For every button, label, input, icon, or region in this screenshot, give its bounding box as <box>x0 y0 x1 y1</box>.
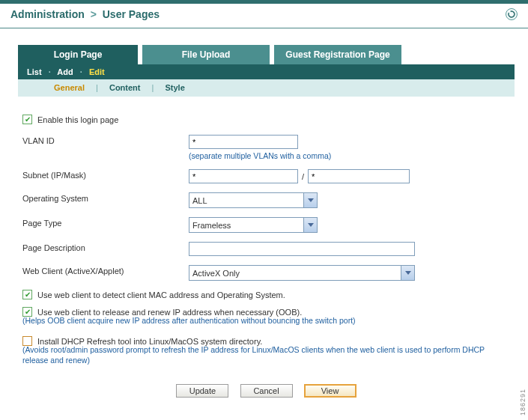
image-id: 186291 <box>519 389 527 416</box>
subtab-list[interactable]: List <box>27 67 42 76</box>
subtab-edit[interactable]: Edit <box>89 67 105 76</box>
refresh-icon[interactable] <box>506 8 518 20</box>
vlan-id-input[interactable] <box>189 135 298 149</box>
web-client-value: ActiveX Only <box>192 269 240 278</box>
os-select[interactable]: ALL <box>189 192 318 208</box>
chevron-down-icon <box>401 266 414 280</box>
subnet-mask-input[interactable] <box>308 169 410 183</box>
breadcrumb-separator: > <box>88 8 100 20</box>
subsubtab-content[interactable]: Content <box>109 83 141 92</box>
subnet-label: Subnet (IP/Mask) <box>22 169 189 180</box>
tertiary-tabs: General | Content | Style <box>18 79 515 97</box>
tab-login-page[interactable]: Login Page <box>18 45 138 64</box>
subsubtab-style[interactable]: Style <box>165 83 184 92</box>
page-description-input[interactable] <box>189 242 415 256</box>
page-description-label: Page Description <box>22 242 189 252</box>
detect-mac-checkbox[interactable] <box>22 290 32 299</box>
subsubtab-general[interactable]: General <box>54 83 85 92</box>
page-type-label: Page Type <box>22 217 189 228</box>
subnet-slash: / <box>298 172 308 181</box>
page-type-value: Frameless <box>192 221 231 230</box>
detect-mac-label: Use web client to detect client MAC addr… <box>37 290 285 299</box>
breadcrumb-section: Administration <box>10 8 85 20</box>
breadcrumb: Administration > User Pages <box>10 8 160 20</box>
view-button[interactable]: View <box>304 384 356 398</box>
secondary-tabs: List · Add · Edit <box>18 64 515 79</box>
os-label: Operating System <box>22 192 189 203</box>
primary-tabs: Login Page File Upload Guest Registratio… <box>18 45 515 64</box>
tab-guest-registration[interactable]: Guest Registration Page <box>274 45 401 64</box>
chevron-down-icon <box>303 193 317 207</box>
chevron-down-icon <box>303 218 317 232</box>
subtab-add[interactable]: Add <box>57 67 73 76</box>
vlan-id-hint: (separate multiple VLANs with a comma) <box>189 151 331 160</box>
enable-login-page-label: Enable this login page <box>37 115 118 124</box>
enable-login-page-checkbox[interactable] <box>22 115 32 124</box>
web-client-label: Web Client (ActiveX/Applet) <box>22 265 189 276</box>
cancel-button[interactable]: Cancel <box>240 384 293 398</box>
breadcrumb-page: User Pages <box>103 8 160 20</box>
dhcp-refresh-note: (Avoids root/admin password prompt to re… <box>22 344 510 365</box>
os-select-value: ALL <box>192 196 207 205</box>
page-type-select[interactable]: Frameless <box>189 217 318 233</box>
subnet-ip-input[interactable] <box>189 169 298 183</box>
tab-file-upload[interactable]: File Upload <box>142 45 270 64</box>
release-renew-note: (Helps OOB client acquire new IP address… <box>22 315 510 326</box>
vlan-id-label: VLAN ID <box>22 135 189 145</box>
update-button[interactable]: Update <box>176 384 228 398</box>
web-client-select[interactable]: ActiveX Only <box>189 265 415 281</box>
